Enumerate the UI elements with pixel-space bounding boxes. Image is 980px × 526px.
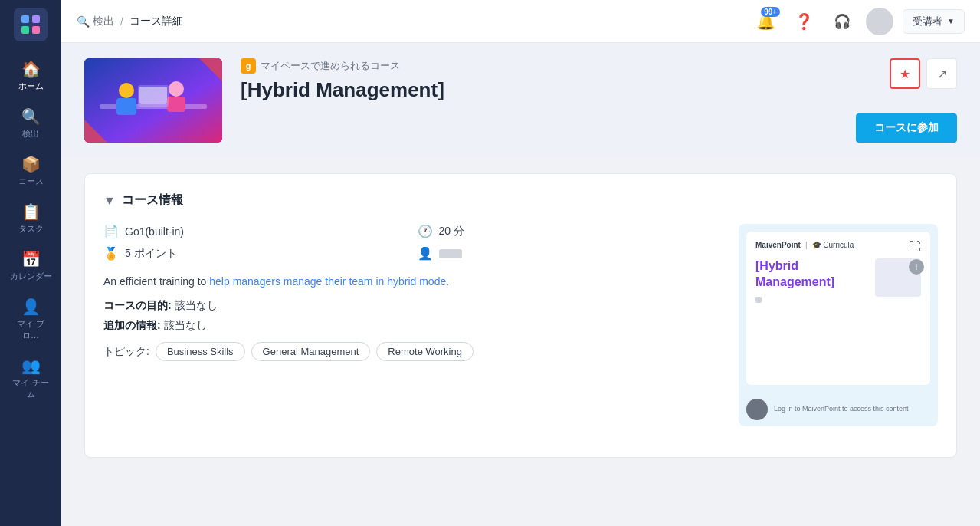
sidebar-item-blog[interactable]: 👤 マイ ブロ… <box>5 291 57 347</box>
points-icon: 🏅 <box>103 246 119 261</box>
objective-value: 該当なし <box>175 299 218 311</box>
blog-icon: 👤 <box>21 298 41 316</box>
topbar-actions: 🔔 99+ ❓ 🎧 受講者 ▼ <box>751 7 965 36</box>
enroll-button[interactable]: コースに参加 <box>856 113 957 143</box>
svg-rect-11 <box>139 87 167 104</box>
sidebar-item-label: ホーム <box>18 81 44 92</box>
course-header-actions: ★ ↗ <box>890 58 957 89</box>
task-icon: 📋 <box>21 202 41 221</box>
star-icon: ★ <box>900 67 910 81</box>
preview-logos: MaivenPoint | 🎓 Curricula <box>755 241 921 249</box>
notification-button[interactable]: 🔔 99+ <box>751 7 780 36</box>
breadcrumb-search-link[interactable]: 🔍 検出 <box>77 15 114 28</box>
expand-button[interactable]: ⛶ <box>906 238 924 256</box>
sidebar-item-label: マイ ブロ… <box>9 318 52 341</box>
preview-card-inner: ⛶ i MaivenPoint | 🎓 Curricula [Hybrid Ma… <box>746 232 930 385</box>
document-icon: 📄 <box>103 224 119 238</box>
favorite-button[interactable]: ★ <box>890 58 920 89</box>
course-info-section: ▼ コース情報 📄 Go1(built-in) 🕐 20 分 <box>84 173 957 458</box>
user-role-selector[interactable]: 受講者 ▼ <box>903 9 965 34</box>
user-count-placeholder <box>439 249 462 258</box>
home-icon: 🏠 <box>21 60 41 78</box>
svg-point-8 <box>169 81 184 97</box>
preview-avatar <box>746 399 768 420</box>
search-icon: 🔍 <box>21 107 41 126</box>
svg-rect-0 <box>21 15 29 23</box>
points-value: 5 ポイント <box>125 247 177 261</box>
course-badge: g マイペースで進められるコース <box>241 58 957 74</box>
headset-icon: 🎧 <box>834 13 851 30</box>
svg-rect-9 <box>167 97 185 112</box>
preview-bottom-text: Log in to MaivenPoint to access this con… <box>774 405 909 414</box>
app-logo[interactable] <box>14 8 48 41</box>
topic-tag-remote-working[interactable]: Remote Working <box>376 342 474 361</box>
preview-dot <box>755 297 762 303</box>
content-area: g マイペースで進められるコース [Hybrid Management] ★ ↗… <box>61 43 980 526</box>
sidebar-item-task[interactable]: 📋 タスク <box>5 196 57 241</box>
svg-rect-2 <box>21 26 29 34</box>
main-container: 🔍 検出 / コース詳細 🔔 99+ ❓ 🎧 受講者 ▼ <box>61 0 980 526</box>
user-avatar[interactable] <box>866 8 893 35</box>
breadcrumb-current: コース詳細 <box>129 15 183 28</box>
course-icon: 📦 <box>21 155 41 173</box>
sidebar-item-course[interactable]: 📦 コース <box>5 149 57 193</box>
sidebar-item-home[interactable]: 🏠 ホーム <box>5 54 57 98</box>
preview-card: ⛶ i MaivenPoint | 🎓 Curricula [Hybrid Ma… <box>739 224 938 426</box>
course-title: [Hybrid Management] <box>241 78 957 102</box>
additional-label-text: 追加の情報: <box>103 319 161 331</box>
headset-button[interactable]: 🎧 <box>828 7 857 36</box>
description-plain: An efficient training to <box>103 275 209 288</box>
info-and-preview: 📄 Go1(built-in) 🕐 20 分 🏅 5 ポイント 👤 <box>103 224 938 426</box>
sidebar-item-label: 検出 <box>22 128 39 140</box>
section-title: コース情報 <box>122 192 183 209</box>
share-button[interactable]: ↗ <box>926 58 957 89</box>
svg-point-6 <box>119 83 134 98</box>
search-icon-small: 🔍 <box>77 15 90 28</box>
preview-bottom: Log in to MaivenPoint to access this con… <box>739 393 938 426</box>
breadcrumb-search-label: 検出 <box>93 15 114 28</box>
topics-label: トピック: <box>103 345 149 359</box>
course-description: An efficient training to help managers m… <box>103 273 723 290</box>
section-header: ▼ コース情報 <box>103 192 938 209</box>
svg-rect-3 <box>32 26 40 34</box>
sidebar: 🏠 ホーム 🔍 検出 📦 コース 📋 タスク 📅 カレンダー 👤 マイ ブロ… … <box>0 0 61 526</box>
topic-tag-general-management[interactable]: General Management <box>251 342 371 361</box>
points-row: 🏅 5 ポイント <box>103 246 410 261</box>
team-icon: 👥 <box>21 357 41 375</box>
sidebar-item-calendar[interactable]: 📅 カレンダー <box>5 244 57 288</box>
course-meta: g マイペースで進められるコース [Hybrid Management] <box>241 58 957 105</box>
info-icon: i <box>916 262 917 271</box>
breadcrumb: 🔍 検出 / コース詳細 <box>77 15 742 28</box>
users-row: 👤 <box>418 246 724 261</box>
preview-logo-curricula: 🎓 Curricula <box>812 241 854 249</box>
additional-label: 追加の情報: 該当なし <box>103 319 723 333</box>
topics-container: トピック: Business Skills General Management… <box>103 342 723 361</box>
clock-icon: 🕐 <box>418 224 433 238</box>
provider-value: Go1(built-in) <box>125 225 184 238</box>
sidebar-item-search[interactable]: 🔍 検出 <box>5 101 57 146</box>
sidebar-item-label: カレンダー <box>10 271 52 282</box>
svg-rect-1 <box>32 15 40 23</box>
chevron-down-icon: ▼ <box>947 17 955 25</box>
sidebar-item-label: タスク <box>18 223 44 235</box>
duration-row: 🕐 20 分 <box>418 224 724 238</box>
users-icon: 👤 <box>418 246 433 261</box>
notification-badge: 99+ <box>761 7 780 17</box>
collapse-icon[interactable]: ▼ <box>103 194 116 208</box>
calendar-icon: 📅 <box>21 250 41 268</box>
description-highlight: help managers manage their team in hybri… <box>209 275 449 288</box>
help-button[interactable]: ❓ <box>789 7 818 36</box>
topbar: 🔍 検出 / コース詳細 🔔 99+ ❓ 🎧 受講者 ▼ <box>61 0 980 43</box>
sidebar-item-team[interactable]: 👥 マイ チーム <box>5 350 57 406</box>
topic-tag-business-skills[interactable]: Business Skills <box>156 342 245 361</box>
badge-label: マイペースで進められるコース <box>261 59 400 73</box>
info-left: 📄 Go1(built-in) 🕐 20 分 🏅 5 ポイント 👤 <box>103 224 723 426</box>
breadcrumb-separator: / <box>120 15 123 28</box>
user-role-label: 受講者 <box>913 15 942 28</box>
provider-row: 📄 Go1(built-in) <box>103 224 410 238</box>
info-button[interactable]: i <box>909 259 924 275</box>
course-thumbnail <box>84 58 222 143</box>
objective-label-text: コースの目的: <box>103 299 172 311</box>
sidebar-item-label: マイ チーム <box>9 377 52 400</box>
duration-value: 20 分 <box>439 225 464 238</box>
